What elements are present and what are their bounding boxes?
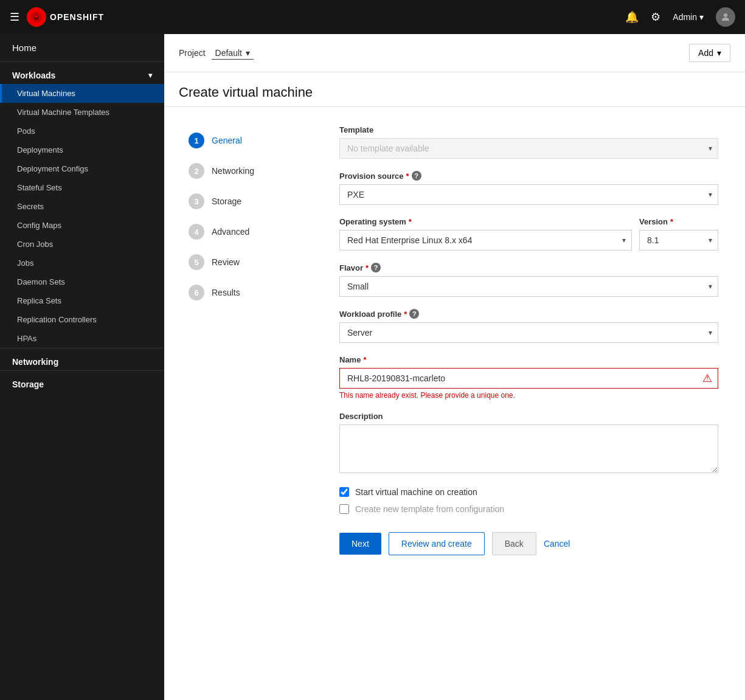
add-chevron-icon: ▾	[717, 48, 721, 58]
os-select-col: Operating system * Red Hat Enterprise Li…	[339, 217, 632, 251]
add-button[interactable]: Add ▾	[689, 44, 730, 62]
create-template-row: Create new template from configuration	[339, 504, 718, 514]
name-error-message: This name already exist. Please provide …	[339, 391, 718, 400]
name-input[interactable]	[339, 368, 718, 389]
admin-chevron-icon: ▾	[699, 12, 704, 22]
start-vm-checkbox[interactable]	[339, 487, 349, 497]
flavor-help-icon[interactable]: ?	[371, 263, 381, 272]
step-networking[interactable]: 2 Networking	[179, 156, 313, 186]
sidebar-item-hpas[interactable]: HPAs	[0, 329, 164, 348]
create-template-checkbox[interactable]	[339, 504, 349, 514]
provision-source-group: Provision source * ? PXE URL Container D…	[339, 171, 718, 205]
provision-source-select[interactable]: PXE URL Container Disk	[339, 184, 718, 205]
sidebar-item-pods[interactable]: Pods	[0, 122, 164, 140]
start-vm-row: Start virtual machine on creation	[339, 487, 718, 497]
step-1-label: General	[212, 136, 242, 145]
main-content: Project Default ▾ Add ▾ Create virtual m…	[164, 34, 745, 700]
step-1-num: 1	[189, 133, 204, 148]
workload-select[interactable]: Server Desktop High Performance	[339, 322, 718, 343]
workloads-label: Workloads	[12, 71, 55, 80]
os-group: Operating system * Red Hat Enterprise Li…	[339, 217, 718, 251]
version-required-marker: *	[670, 217, 673, 226]
sidebar-section-workloads[interactable]: Workloads ▾	[0, 62, 164, 84]
workload-label: Workload profile * ?	[339, 309, 718, 319]
description-group: Description	[339, 412, 718, 475]
logo: OPENSHIFT	[27, 7, 104, 27]
settings-icon[interactable]: ⚙	[651, 10, 660, 24]
sidebar-item-stateful-sets[interactable]: Stateful Sets	[0, 178, 164, 197]
project-value: Default	[215, 48, 242, 58]
project-select-dropdown[interactable]: Default ▾	[212, 47, 254, 60]
step-4-label: Advanced	[212, 227, 249, 237]
os-select-wrapper: Red Hat Enterprise Linux 8.x x64 ▾	[339, 230, 632, 251]
action-bar: Next Review and create Back Cancel	[339, 532, 718, 555]
workload-group: Workload profile * ? Server Desktop High…	[339, 309, 718, 343]
sidebar-item-cron-jobs[interactable]: Cron Jobs	[0, 235, 164, 254]
sidebar-networking-label[interactable]: Networking	[0, 348, 164, 370]
sidebar-item-config-maps[interactable]: Config Maps	[0, 216, 164, 235]
page-title: Create virtual machine	[164, 72, 745, 106]
sidebar-item-deployments[interactable]: Deployments	[0, 140, 164, 159]
sidebar-item-home[interactable]: Home	[0, 34, 164, 62]
sidebar-storage-label[interactable]: Storage	[0, 370, 164, 393]
sidebar-item-jobs[interactable]: Jobs	[0, 254, 164, 272]
layout: Home Workloads ▾ Virtual Machines Virtua…	[0, 0, 745, 700]
os-version-row: Operating system * Red Hat Enterprise Li…	[339, 217, 718, 251]
next-button[interactable]: Next	[339, 533, 381, 555]
svg-point-2	[724, 13, 727, 17]
sidebar-item-virtual-machine-templates[interactable]: Virtual Machine Templates	[0, 103, 164, 122]
version-select-col: Version * 8.1 ▾	[639, 217, 718, 251]
admin-menu[interactable]: Admin ▾	[673, 12, 704, 22]
template-label: Template	[339, 125, 718, 134]
os-label: Operating system *	[339, 217, 632, 226]
notification-icon[interactable]: 🔔	[625, 10, 639, 24]
workload-help-icon[interactable]: ?	[409, 309, 419, 319]
description-textarea[interactable]	[339, 425, 718, 473]
back-button[interactable]: Back	[492, 532, 536, 555]
version-select[interactable]: 8.1	[639, 230, 718, 251]
sidebar-item-replication-controllers[interactable]: Replication Controllers	[0, 310, 164, 329]
project-label: Project	[179, 48, 206, 58]
project-selector: Project Default ▾	[179, 47, 254, 60]
provision-source-label: Provision source * ?	[339, 171, 718, 181]
sidebar-item-secrets[interactable]: Secrets	[0, 197, 164, 216]
sidebar: Home Workloads ▾ Virtual Machines Virtua…	[0, 34, 164, 700]
hamburger-icon[interactable]: ☰	[10, 10, 19, 24]
flavor-group: Flavor * ? Small Medium Large Custom ▾	[339, 263, 718, 297]
step-review[interactable]: 5 Review	[179, 247, 313, 277]
name-required-marker: *	[363, 355, 366, 364]
provision-required-marker: *	[406, 172, 409, 181]
step-5-num: 5	[189, 254, 204, 270]
flavor-select[interactable]: Small Medium Large Custom	[339, 276, 718, 297]
project-chevron-icon: ▾	[246, 48, 250, 58]
flavor-label: Flavor * ?	[339, 263, 718, 272]
step-results[interactable]: 6 Results	[179, 277, 313, 308]
template-select-wrapper: No template available ▾	[339, 138, 718, 159]
name-error-icon: ⚠	[702, 372, 712, 385]
red-hat-logo	[27, 7, 46, 27]
sidebar-item-virtual-machines[interactable]: Virtual Machines	[0, 84, 164, 103]
step-4-num: 4	[189, 224, 204, 240]
avatar[interactable]	[716, 7, 735, 27]
os-select[interactable]: Red Hat Enterprise Linux 8.x x64	[339, 230, 632, 251]
template-select[interactable]: No template available	[339, 138, 718, 159]
step-6-num: 6	[189, 285, 204, 300]
name-input-wrapper: ⚠	[339, 368, 718, 389]
step-3-label: Storage	[212, 196, 241, 206]
logo-text: OPENSHIFT	[50, 12, 104, 22]
cancel-button[interactable]: Cancel	[544, 533, 570, 555]
review-and-create-button[interactable]: Review and create	[389, 532, 485, 555]
step-advanced[interactable]: 4 Advanced	[179, 217, 313, 247]
flavor-select-wrapper: Small Medium Large Custom ▾	[339, 276, 718, 297]
step-general[interactable]: 1 General	[179, 125, 313, 156]
step-storage[interactable]: 3 Storage	[179, 186, 313, 217]
workload-select-wrapper: Server Desktop High Performance ▾	[339, 322, 718, 343]
workload-required-marker: *	[404, 310, 407, 319]
flavor-required-marker: *	[366, 263, 369, 272]
nav-icons: 🔔 ⚙ Admin ▾	[625, 7, 735, 27]
provision-source-select-wrapper: PXE URL Container Disk ▾	[339, 184, 718, 205]
sidebar-item-replica-sets[interactable]: Replica Sets	[0, 291, 164, 310]
sidebar-item-deployment-configs[interactable]: Deployment Configs	[0, 159, 164, 178]
sidebar-item-daemon-sets[interactable]: Daemon Sets	[0, 272, 164, 291]
provision-help-icon[interactable]: ?	[412, 171, 421, 181]
